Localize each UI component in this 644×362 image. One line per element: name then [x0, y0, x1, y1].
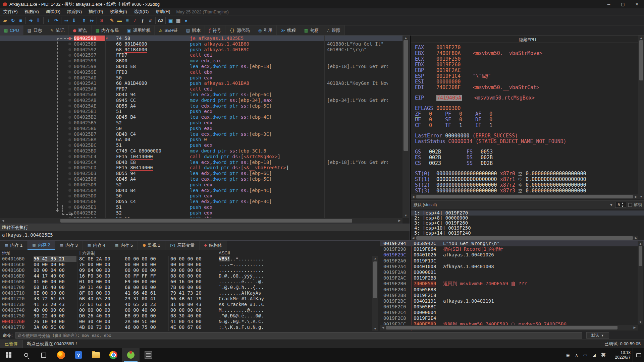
register-EDI[interactable]: EDI740C208F <msvbvm50.__vbaStrCat> — [415, 85, 637, 90]
calculator-icon[interactable]: ▦ — [174, 16, 182, 24]
breakpoint-dot[interactable] — [68, 206, 71, 208]
memory-dump-panel[interactable]: ▦内存 1▦内存 2▦内存 3▦内存 4▦内存 5●监视 1[x]局部变量◆结构… — [0, 241, 379, 331]
disassembly-row[interactable]: 004025B650push eax — [0, 126, 402, 131]
disassembly-row[interactable]: 004025B28D45 B4lea eax,dword ptr ss:[ebp… — [0, 114, 402, 120]
breakpoint-dot[interactable] — [68, 212, 71, 214]
breakpoint-dot[interactable] — [68, 54, 71, 57]
stack-row[interactable]: 0019F29C00401026afkayas.1.00401026 — [380, 252, 644, 258]
start-button[interactable] — [0, 348, 17, 362]
breakpoint-dot[interactable] — [68, 116, 71, 119]
dump-row[interactable]: 0040173041 73 20 4372 61 63 6B4D 65 20 2… — [0, 302, 379, 307]
breakpoint-dot[interactable] — [68, 110, 71, 113]
tab-脚本[interactable]: ▤脚本 — [182, 25, 205, 35]
tab-线程[interactable]: ≫线程 — [277, 25, 300, 35]
disassembly-panel[interactable]: 0040258Bv74 58je afkayas.1.4025E50040258… — [0, 36, 410, 224]
taskbar-app-firefox[interactable] — [52, 348, 70, 362]
last-status[interactable]: LastStatus C0000034 (STATUS_OBJECT_NAME_… — [415, 139, 637, 144]
stack-row[interactable]: 0019F2980019F864指向SEH_Record[1]的指针 — [380, 246, 644, 252]
tab-句柄[interactable]: ▥句柄 — [300, 25, 323, 35]
args-count-spinner[interactable]: 5 ▲▼ — [615, 202, 626, 208]
taskbar-app-chrome[interactable] — [105, 348, 122, 362]
dump-tab-内存 4[interactable]: ▦内存 4 — [83, 241, 110, 250]
disassembly-row[interactable]: 004025BDC745 C4 08000000mov dword ptr ss… — [0, 148, 402, 154]
segment-row[interactable]: CS0023SS002B — [415, 161, 637, 166]
flags-row[interactable]: CF0TF1IF1 — [415, 123, 637, 128]
tab-日志[interactable]: ▤日志 — [23, 25, 46, 35]
disassembly-row[interactable]: 0040259B8D4D E8lea ecx,dword ptr ss:[ebp… — [0, 64, 402, 69]
disassembly-row[interactable]: 004025DD50push eax — [0, 193, 402, 199]
run-icon[interactable]: ➔ — [27, 16, 35, 24]
user-tray-icon[interactable]: ◉ — [564, 353, 572, 358]
animate-stop-icon[interactable]: S — [98, 16, 106, 24]
breakpoint-dot[interactable] — [68, 127, 71, 130]
register-EDX[interactable]: EDX0019F260 — [415, 62, 637, 68]
disassembly-row[interactable]: 004025D68D45 A4lea eax,dword ptr ss:[ebp… — [0, 176, 402, 182]
register-EAX[interactable]: EAX0019F270 — [415, 45, 637, 51]
disassembly-hscrollbar[interactable]: ◀ ▶ — [0, 218, 402, 224]
calling-convention-select[interactable]: 默认 (stdcall) — [411, 202, 437, 208]
taskbar-app-help[interactable]: ? — [70, 348, 87, 362]
dump-tab-内存 3[interactable]: ▦内存 3 — [55, 241, 83, 250]
segment-row[interactable]: GS002BFS0053 — [415, 149, 637, 155]
step-into-icon[interactable]: ↓ — [45, 16, 52, 24]
call-arg-row[interactable]: 3: [esp+C] 0019F260 — [411, 221, 644, 226]
flags-row[interactable]: OF0SF0DF0 — [415, 117, 637, 123]
minimize-button[interactable]: ─ — [602, 0, 616, 8]
run-to-user-code-icon[interactable]: ⇒ — [62, 16, 70, 24]
disassembly-row[interactable]: 00402597FFD7call edi — [0, 52, 402, 58]
stack-panel[interactable]: 0019F2940058942CL"You Get Wrong\r\n"0019… — [380, 241, 644, 331]
ime-indicator[interactable]: 英 — [598, 352, 608, 358]
menu-item[interactable]: 调试(D) — [42, 9, 64, 15]
breakpoint-dot[interactable] — [68, 200, 71, 203]
st-register[interactable]: ST(1)00000000000000000000 x87r1 空 0.0000… — [415, 177, 637, 182]
command-input[interactable] — [15, 332, 582, 339]
registers-hscrollbar[interactable]: ◀ ▶ — [411, 194, 638, 199]
open-file-icon[interactable]: ▰ — [1, 16, 9, 24]
dump-row[interactable]: 004016E044 17 40 0016 F0 30 0000 FF FF F… — [0, 273, 379, 279]
call-arg-row[interactable]: 2: [esp+8] 00000000 — [411, 216, 644, 221]
breakpoint-dot[interactable] — [68, 138, 71, 141]
stack-row[interactable]: 0019F2A400401008afkayas.1.00401008 — [380, 264, 644, 269]
network-tray-icon[interactable]: ◢ — [590, 353, 598, 358]
breakpoint-dot[interactable] — [68, 82, 71, 85]
menu-item[interactable]: 帮助(H) — [152, 9, 173, 15]
call-arg-row[interactable]: 1: [esp+4] 0019F270 — [411, 210, 644, 216]
tab-CPU[interactable]: ▦CPU — [0, 25, 23, 35]
clock[interactable]: 13:18 2022/6/7 — [608, 350, 633, 360]
chevron-up-icon[interactable]: ∧ — [572, 353, 581, 358]
disassembly-row[interactable]: 004025DA8D4D B4lea ecx,dword ptr ss:[ebp… — [0, 188, 402, 193]
registers-vscrollbar[interactable]: ▲ ▼ — [638, 36, 644, 199]
breakpoint-dot[interactable] — [68, 149, 71, 152]
dump-row[interactable]: 004017404D 00 00 0000 00 00 0000 00 40 0… — [0, 307, 379, 313]
close-button[interactable]: ✕ — [630, 0, 644, 8]
flags-row[interactable]: ZF0PF0AF0 — [415, 111, 637, 117]
search-button[interactable] — [17, 348, 35, 362]
disassembly-row[interactable]: 004025AB8945 CCmov dword ptr ss:[ebp-34]… — [0, 98, 402, 103]
stack-row[interactable]: 0019F2B80019F2C8 — [380, 293, 644, 298]
disassembly-row[interactable]: 004025D952push edx — [0, 182, 402, 188]
menu-item[interactable]: 跟踪(N) — [64, 9, 85, 15]
step-over-icon[interactable]: ↷ — [52, 16, 60, 24]
stack-row[interactable]: 0019F2B0740DE5A9返回到 msvbvm50.740DE5A9 自 … — [380, 281, 644, 287]
dump-row[interactable]: 0040175090 22 40 00D0 26 40 00E8 09 00 0… — [0, 313, 379, 319]
disassembly-row[interactable]: 004025A168 A81B4000push afkayas.1.401BA8… — [0, 80, 402, 86]
dump-row[interactable]: 004017108E 00 00 008F 00 00 0041 66 4B 6… — [0, 290, 379, 296]
tab-内存布局[interactable]: ▦内存布局 — [92, 25, 123, 35]
bookmark-icon[interactable]: ≡ — [123, 16, 131, 24]
register-EFLAGS[interactable]: EFLAGS00000300 — [415, 106, 637, 111]
breakpoint-dot[interactable] — [68, 71, 71, 73]
breakpoint-dot[interactable] — [68, 183, 71, 186]
st-register[interactable]: ST(0)00000000000000000000 x87r0 空 0.0000… — [415, 171, 637, 177]
stack-row[interactable]: 0019F2A00019F1DC — [380, 258, 644, 264]
help-chat-icon[interactable]: ● — [182, 16, 190, 24]
breakpoint-dot[interactable] — [68, 178, 71, 180]
disassembly-row[interactable]: 004025CA8D4D E8lea ecx,dword ptr ss:[ebp… — [0, 160, 402, 165]
breakpoint-dot[interactable] — [68, 144, 71, 147]
tab-SEH链[interactable]: ⚠SEH链 — [155, 25, 182, 35]
disassembly-row[interactable]: 004025E252push edx — [0, 210, 402, 216]
stop-icon[interactable]: ■ — [17, 16, 24, 24]
highlight-icon[interactable]: ∕ — [131, 16, 139, 24]
stack-row[interactable]: 0019F2AC0019F2B8 — [380, 275, 644, 281]
font-icon[interactable]: Az — [157, 16, 164, 24]
patch-icon[interactable]: ✎ — [108, 16, 116, 24]
